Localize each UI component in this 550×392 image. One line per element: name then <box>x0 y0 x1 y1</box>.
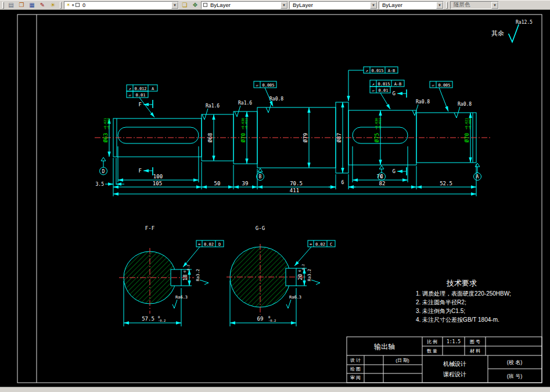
drawing-svg: 其余 Ra12.5 <box>0 10 550 387</box>
dim-label: 52.5 <box>440 181 452 186</box>
layer-combo-value: 0 <box>82 2 85 8</box>
datum-d: D <box>100 157 107 175</box>
fcf-symbol: ↗ <box>372 82 374 87</box>
roughness-marks: Ra1.6 Ra1.6 Ra0.8 Ra0.8 Ra0.8 <box>202 96 472 120</box>
lineweight-combo-dropdown[interactable]: ▼ <box>436 2 443 9</box>
fcf-value: 0.01 <box>379 88 389 93</box>
toolbar-grip[interactable] <box>60 2 62 9</box>
scale-label: 比 例 <box>427 339 437 344</box>
color-combo[interactable]: ByLayer ▼ <box>201 1 288 9</box>
checker-label: 审 阅 <box>350 375 361 380</box>
color-combo-dropdown[interactable]: ▼ <box>281 2 287 9</box>
cad-window: ▤ ❐ ▦ ✎ ☀ ☀ ● 0 ▼ ❏ ✥ ByLayer ▼ ByLayer … <box>0 0 550 392</box>
fcf-symbol: = <box>198 242 200 247</box>
fcf-cylindricity-3: ▱ 0.01 <box>370 87 390 93</box>
fcf-value: 0.015 <box>378 82 390 87</box>
open-file-icon[interactable]: ❐ <box>17 1 26 9</box>
current-color-swatch <box>203 3 207 7</box>
class-name: (班 号) <box>507 373 523 379</box>
fcf-value: 0.02 <box>315 242 325 247</box>
roughness-value: Ra6.3 <box>289 295 301 300</box>
layers-icon[interactable]: ☀ <box>48 1 57 9</box>
tech-title: 技术要求 <box>446 279 477 287</box>
keyway-width-label: 20 0 -0.2 <box>297 264 305 280</box>
fcf-datum-ref: A-B <box>388 69 396 73</box>
dia-value: Ø75 <box>374 133 380 142</box>
datum-a: A <box>474 163 481 181</box>
dia-value: Ø70 <box>240 133 246 142</box>
fcf-cylindricity-1: ▱ 0.01 <box>127 91 148 98</box>
date-label: (日 期) <box>396 358 409 363</box>
save-icon[interactable]: ▦ <box>27 1 37 9</box>
fcf-symbol: ▱ <box>432 83 434 88</box>
dia-tol-lower: +0.002 <box>468 118 472 130</box>
linetype-combo-dropdown[interactable]: ▼ <box>370 2 377 9</box>
fcf-value: 0.005 <box>438 83 450 88</box>
cut-letter-f: F <box>139 168 142 174</box>
dim-tol-lower: -0.2 <box>158 319 166 322</box>
plot-icon[interactable]: ✎ <box>38 1 47 9</box>
fcf-cylindricity-4: ▱ 0.005 <box>430 81 452 88</box>
sheet-frame <box>17 15 542 383</box>
drawing-canvas[interactable]: 其余 Ra12.5 <box>0 10 550 387</box>
dim-label: 69 <box>257 316 264 322</box>
dim-label: 18 <box>182 275 188 281</box>
section-cut-marks: F F G G <box>139 89 407 175</box>
shaft-outline <box>95 102 491 173</box>
roughness-value: Ra3.2 <box>307 269 312 281</box>
dim-tol-lower: -0.2 <box>186 265 190 272</box>
layer-combo[interactable]: ☀ ● 0 ▼ <box>64 1 179 9</box>
part-name: 输出轴 <box>374 343 395 351</box>
dim-tol-lower: -0.2 <box>301 264 305 272</box>
datum-letter: B <box>259 174 262 179</box>
fcf-value: 0.02 <box>204 242 214 247</box>
course-line2: 课程设计 <box>443 371 466 377</box>
cut-letter-g: G <box>393 168 396 174</box>
fcf-datum-ref: A <box>152 87 154 91</box>
tech-line: 2. 未注圆角半径R2; <box>416 299 466 305</box>
roughness-value: Ra1.6 <box>238 100 252 106</box>
datum-letter: D <box>102 169 105 174</box>
dim-label: 3.5 <box>96 182 105 187</box>
roughness-icon: Ra3.2 <box>196 269 209 285</box>
fcf-symbol: ▱ <box>256 83 258 88</box>
roughness-value: Ra3.2 <box>196 269 200 281</box>
layer-lock-icon[interactable]: ● <box>71 2 74 8</box>
new-file-icon[interactable]: ▤ <box>6 1 16 9</box>
dim-label: 50 <box>214 181 221 186</box>
drawing-no-label: 图 号 <box>470 339 480 344</box>
dia-tol-lower: +0.011 <box>245 118 248 130</box>
roughness-icon: Ra6.3 <box>286 295 301 308</box>
toolbar-grip[interactable] <box>446 2 448 9</box>
tech-line: 1. 调质处理，表面硬度220-250HBW; <box>416 290 511 297</box>
school-name: (校 名) <box>507 359 523 365</box>
linetype-combo[interactable]: ByLayer ▼ <box>289 1 378 9</box>
fcf-runout-3: ↗ 0.015 A-B <box>370 80 404 87</box>
dim-label: 411 <box>290 188 299 193</box>
dim-label: 39 <box>242 181 249 186</box>
fcf-datum-ref: D <box>218 242 221 247</box>
roughness-value: Ra0.8 <box>416 99 430 105</box>
dim-label: 6 <box>341 180 344 185</box>
roughness-icon: Ra0.8 <box>412 99 430 116</box>
designer-label: 设 计 <box>350 358 361 363</box>
scale-value: 1:1.5 <box>447 339 461 344</box>
dim-label: 57.5 <box>142 316 154 322</box>
fcf-runout-1: ↗ 0.012 A <box>127 85 157 91</box>
layer-properties-icon[interactable]: ❏ <box>180 1 189 9</box>
plotstyle-combo: 随层色 ▼ <box>450 1 499 9</box>
roughness-icon: Ra0.8 <box>266 96 283 113</box>
datum-letter: C <box>380 174 383 179</box>
dia-value: Ø68 <box>207 133 213 142</box>
layer-on-icon[interactable]: ☀ <box>66 2 70 8</box>
make-layer-current-icon[interactable]: ✥ <box>190 1 200 9</box>
dim-tol-lower: -0.2 <box>268 319 276 322</box>
cut-letter-g: G <box>393 91 396 96</box>
toolbar-grip[interactable] <box>2 2 4 9</box>
layer-combo-dropdown[interactable]: ▼ <box>171 2 178 9</box>
fcf-value: 0.015 <box>371 69 383 73</box>
roughness-value: Ra1.6 <box>206 103 220 109</box>
fcf-symbol: = <box>310 242 312 247</box>
lineweight-combo[interactable]: ByLayer ▼ <box>379 1 444 9</box>
fcf-runout-2: ↗ 0.015 A-B <box>364 67 398 73</box>
